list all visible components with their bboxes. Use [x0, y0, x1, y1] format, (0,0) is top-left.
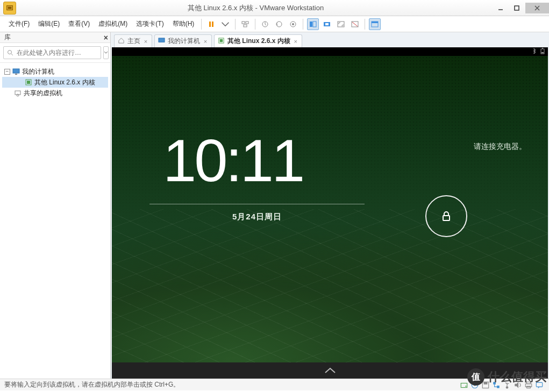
tab-home[interactable]: 主页 ×	[114, 34, 152, 47]
svg-rect-51	[536, 382, 542, 387]
menu-vm[interactable]: 虚拟机(M)	[94, 17, 132, 31]
svg-rect-32	[159, 38, 165, 41]
svg-point-24	[8, 51, 12, 54]
tab-close-icon[interactable]: ×	[143, 39, 148, 44]
lockscreen-date: 5月24日周日	[149, 212, 365, 222]
monitor-icon	[158, 37, 165, 46]
library-tree: − 我的计算机 其他 Linux 2.6.x 内核 共享的虚拟机	[0, 63, 110, 102]
tab-mycomputer[interactable]: 我的计算机 ×	[154, 34, 212, 47]
tree-root-mycomputer[interactable]: − 我的计算机	[2, 66, 108, 77]
view-console-button[interactable]	[307, 18, 319, 30]
sidebar-title: 库	[4, 33, 11, 42]
menu-tabs[interactable]: 选项卡(T)	[132, 17, 168, 31]
menu-view[interactable]: 查看(V)	[64, 17, 94, 31]
android-statusbar	[112, 47, 548, 56]
vm-console[interactable]: 10:11 5月24日周日 请连接充电器。	[112, 47, 548, 379]
svg-point-14	[292, 23, 294, 25]
maximize-button[interactable]	[509, 3, 524, 13]
tree-shared-vms[interactable]: 共享的虚拟机	[2, 88, 108, 98]
menubar: 文件(F) 编辑(E) 查看(V) 虚拟机(M) 选项卡(T) 帮助(H)	[0, 16, 549, 32]
svg-point-42	[474, 384, 475, 386]
bluetooth-icon	[532, 48, 537, 56]
app-icon	[3, 2, 16, 15]
svg-rect-18	[325, 23, 329, 25]
svg-rect-37	[541, 52, 544, 53]
svg-rect-27	[15, 74, 17, 75]
divider	[149, 204, 365, 204]
pause-button[interactable]	[205, 18, 217, 30]
charger-message: 请连接充电器。	[474, 142, 526, 152]
unlock-ring[interactable]	[425, 195, 467, 237]
menu-file[interactable]: 文件(F)	[4, 17, 34, 31]
svg-rect-15	[310, 22, 312, 27]
svg-rect-6	[209, 22, 211, 27]
svg-line-25	[11, 54, 13, 55]
svg-rect-49	[527, 382, 531, 383]
tab-close-icon[interactable]: ×	[293, 39, 298, 44]
svg-rect-16	[313, 22, 316, 27]
close-button[interactable]	[525, 3, 549, 13]
svg-point-47	[506, 386, 509, 389]
printer-icon[interactable]	[524, 381, 533, 389]
sound-icon[interactable]	[514, 381, 522, 389]
svg-rect-23	[372, 22, 378, 23]
snapshot-revert-button[interactable]	[273, 18, 285, 30]
svg-point-40	[465, 386, 466, 387]
snapshot-manager-button[interactable]	[287, 18, 299, 30]
search-box[interactable]	[3, 46, 101, 59]
svg-rect-3	[515, 6, 519, 10]
collapse-icon[interactable]: −	[4, 69, 10, 75]
tree-label: 共享的虚拟机	[24, 89, 62, 98]
dropdown-button[interactable]	[219, 18, 231, 30]
svg-rect-36	[542, 48, 543, 49]
svg-line-21	[352, 22, 358, 26]
svg-point-12	[276, 22, 282, 27]
monitor-icon	[12, 68, 20, 75]
tab-close-icon[interactable]: ×	[203, 39, 208, 44]
cdrom-icon[interactable]	[470, 381, 479, 389]
send-ctrl-alt-del-button[interactable]	[239, 18, 251, 30]
home-icon	[118, 37, 125, 46]
snapshot-button[interactable]	[259, 18, 271, 30]
status-bar: 要将输入定向到该虚拟机，请在虚拟机内部单击或按 Ctrl+G。	[0, 379, 549, 390]
sidebar-close-icon[interactable]: ×	[104, 33, 108, 42]
vm-icon	[218, 37, 225, 46]
window-titlebar: 其他 Linux 2.6.x 内核 - VMware Workstation	[0, 0, 549, 16]
vm-icon	[25, 79, 32, 86]
view-stretch-button[interactable]	[321, 18, 333, 30]
minimize-button[interactable]	[493, 3, 508, 13]
svg-rect-7	[212, 22, 213, 27]
menu-help[interactable]: 帮助(H)	[168, 17, 199, 31]
fullscreen-button[interactable]	[335, 18, 347, 30]
search-icon	[7, 49, 13, 56]
svg-rect-29	[27, 81, 30, 84]
android-navbar[interactable]	[112, 362, 548, 379]
svg-rect-46	[497, 386, 500, 388]
message-icon[interactable]	[535, 381, 544, 389]
usb-icon[interactable]	[503, 381, 511, 389]
shared-icon	[14, 89, 22, 97]
search-dropdown-button[interactable]	[103, 46, 109, 59]
floppy-icon[interactable]	[481, 381, 490, 389]
network-icon[interactable]	[492, 381, 501, 389]
svg-rect-1	[8, 6, 12, 9]
svg-rect-8	[242, 22, 245, 24]
tree-vm-linux[interactable]: 其他 Linux 2.6.x 内核	[2, 77, 108, 88]
search-input[interactable]	[17, 49, 97, 56]
svg-rect-10	[244, 25, 247, 27]
svg-rect-26	[13, 69, 19, 73]
svg-rect-34	[220, 39, 223, 42]
tab-active-vm[interactable]: 其他 Linux 2.6.x 内核 ×	[214, 34, 302, 47]
menu-edit[interactable]: 编辑(E)	[34, 17, 64, 31]
thumbnail-bar-button[interactable]	[369, 18, 381, 30]
svg-rect-9	[246, 22, 248, 24]
lockscreen-clock: 10:11	[163, 126, 303, 195]
lock-icon	[440, 210, 453, 223]
disk-activity-icon[interactable]	[460, 381, 468, 389]
svg-rect-38	[443, 216, 450, 220]
unity-button[interactable]	[349, 18, 361, 30]
android-lockscreen[interactable]: 10:11 5月24日周日 请连接充电器。	[112, 56, 548, 362]
svg-rect-44	[484, 382, 488, 384]
nav-up-icon[interactable]	[324, 367, 336, 374]
battery-icon	[540, 48, 545, 56]
